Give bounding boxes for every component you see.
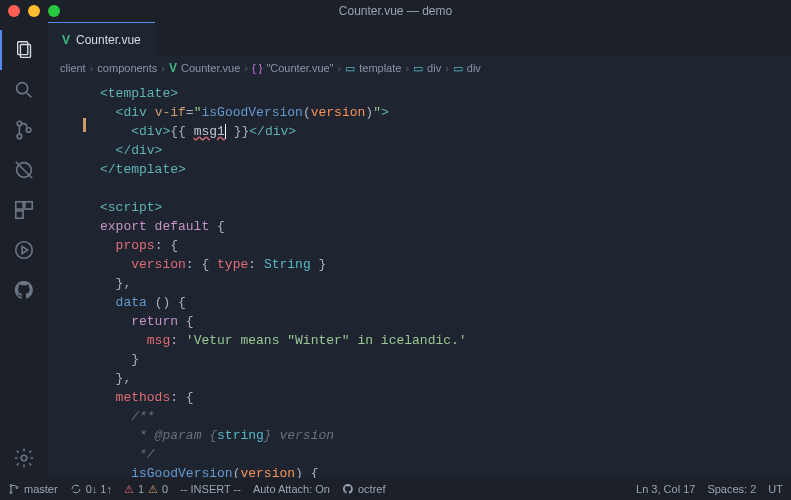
breadcrumb-item[interactable]: Counter.vue [181, 62, 240, 74]
editor-area: V Counter.vue client › components › V Co… [48, 22, 791, 478]
chevron-right-icon: › [90, 62, 94, 74]
github-icon[interactable] [0, 270, 48, 310]
main-area: V Counter.vue client › components › V Co… [0, 22, 791, 478]
titlebar: Counter.vue — demo [0, 0, 791, 22]
traffic-lights [8, 5, 60, 17]
explorer-icon[interactable] [0, 30, 48, 70]
svg-rect-11 [16, 211, 23, 218]
extensions-icon[interactable] [0, 190, 48, 230]
modified-line-indicator [83, 118, 86, 132]
chevron-right-icon: › [445, 62, 449, 74]
liveshare-icon[interactable] [0, 230, 48, 270]
github-status[interactable]: octref [342, 483, 386, 495]
svg-line-3 [27, 93, 32, 98]
tab-bar: V Counter.vue [48, 22, 791, 56]
svg-line-8 [16, 162, 33, 179]
breadcrumb-item[interactable]: components [97, 62, 157, 74]
vue-file-icon: V [62, 33, 70, 47]
vue-file-icon: V [169, 61, 177, 75]
search-icon[interactable] [0, 70, 48, 110]
minimize-window-button[interactable] [28, 5, 40, 17]
braces-icon: { } [252, 62, 262, 74]
auto-attach-status[interactable]: Auto Attach: On [253, 483, 330, 495]
svg-rect-9 [16, 202, 23, 209]
status-bar: master 0↓ 1↑ ⚠1 ⚠0 -- INSERT -- Auto Att… [0, 478, 791, 500]
breadcrumb-item[interactable]: "Counter.vue" [266, 62, 333, 74]
source-control-icon[interactable] [0, 110, 48, 150]
indentation-status[interactable]: Spaces: 2 [707, 483, 756, 495]
code-content[interactable]: <template> <div v-if="isGoodVersion(vers… [100, 80, 791, 478]
svg-point-2 [17, 83, 28, 94]
svg-point-13 [21, 455, 27, 461]
svg-rect-10 [25, 202, 32, 209]
svg-point-15 [10, 492, 12, 494]
chevron-right-icon: › [161, 62, 165, 74]
activity-bar [0, 22, 48, 478]
symbol-icon: ▭ [453, 62, 463, 75]
git-branch-status[interactable]: master [8, 483, 58, 495]
debug-icon[interactable] [0, 150, 48, 190]
close-window-button[interactable] [8, 5, 20, 17]
cursor-position-status[interactable]: Ln 3, Col 17 [636, 483, 695, 495]
breadcrumb-item[interactable]: template [359, 62, 401, 74]
window-title: Counter.vue — demo [339, 4, 452, 18]
chevron-right-icon: › [338, 62, 342, 74]
vim-mode-status: -- INSERT -- [180, 483, 241, 495]
symbol-icon: ▭ [345, 62, 355, 75]
svg-point-12 [16, 242, 33, 259]
svg-point-16 [16, 487, 18, 489]
svg-point-6 [26, 128, 31, 133]
tab-counter-vue[interactable]: V Counter.vue [48, 22, 155, 56]
gutter [48, 80, 100, 478]
svg-rect-1 [20, 45, 30, 58]
chevron-right-icon: › [405, 62, 409, 74]
svg-point-14 [10, 485, 12, 487]
encoding-status[interactable]: UT [768, 483, 783, 495]
code-editor[interactable]: <template> <div v-if="isGoodVersion(vers… [48, 80, 791, 478]
chevron-right-icon: › [244, 62, 248, 74]
breadcrumb-item[interactable]: client [60, 62, 86, 74]
breadcrumbs[interactable]: client › components › V Counter.vue › { … [48, 56, 791, 80]
breadcrumb-item[interactable]: div [427, 62, 441, 74]
maximize-window-button[interactable] [48, 5, 60, 17]
problems-status[interactable]: ⚠1 ⚠0 [124, 483, 168, 496]
tab-label: Counter.vue [76, 33, 141, 47]
svg-point-5 [17, 134, 22, 139]
settings-icon[interactable] [0, 438, 48, 478]
svg-point-4 [17, 121, 22, 126]
svg-rect-0 [18, 42, 28, 55]
git-sync-status[interactable]: 0↓ 1↑ [70, 483, 112, 495]
symbol-icon: ▭ [413, 62, 423, 75]
breadcrumb-item[interactable]: div [467, 62, 481, 74]
